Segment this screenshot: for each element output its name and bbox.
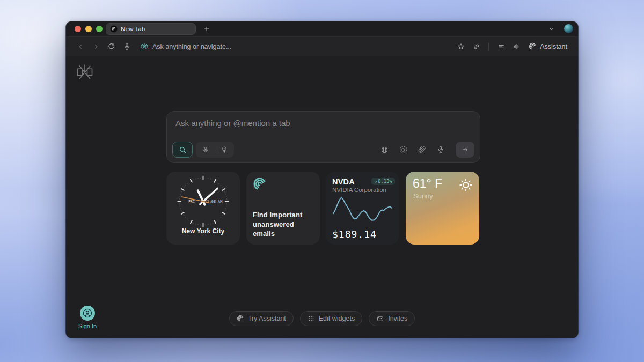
- forward-button[interactable]: [89, 40, 103, 53]
- screenshot-button[interactable]: [399, 145, 408, 154]
- sign-in-button[interactable]: [80, 306, 95, 321]
- filter-lines-icon: [497, 42, 506, 51]
- bookmark-button[interactable]: [454, 40, 467, 53]
- capture-frame-icon: [399, 145, 408, 154]
- clock-center-dot: [203, 201, 204, 202]
- read-aloud-button[interactable]: [510, 40, 523, 53]
- person-icon: [82, 307, 93, 319]
- minimize-window-button[interactable]: [85, 26, 92, 32]
- reload-icon: [107, 42, 116, 51]
- lightbulb-icon: [220, 145, 229, 154]
- forward-icon: [92, 42, 100, 51]
- desktop-wallpaper: New Tab: [0, 0, 644, 362]
- attach-file-button[interactable]: [418, 145, 427, 154]
- assistant-arcs-icon: [237, 315, 244, 322]
- envelope-icon: [376, 315, 384, 323]
- submit-prompt-button[interactable]: [456, 142, 474, 158]
- invites-button[interactable]: Invites: [369, 311, 415, 326]
- zoom-window-button[interactable]: [96, 26, 103, 32]
- navigation-toolbar: Ask anything or navigate...: [66, 36, 578, 56]
- toolbar-divider: [488, 42, 489, 51]
- email-skill-label: Find important unanswered emails: [253, 210, 317, 239]
- window-controls: [75, 26, 103, 32]
- stock-widget[interactable]: NVDA ↗ 0.13% NVIDIA Corporation $189.14: [326, 172, 399, 245]
- analog-clock: FRI 11:08 AM: [176, 174, 230, 228]
- tab-title: New Tab: [121, 26, 145, 32]
- close-window-button[interactable]: [75, 26, 81, 32]
- search-mode-button[interactable]: [172, 142, 193, 158]
- skills-pinwheel-icon: [201, 145, 210, 154]
- stock-change-badge: ↗ 0.13%: [371, 178, 395, 185]
- tab-favicon-icon: [110, 25, 118, 33]
- omnibox-placeholder: Ask anything or navigate...: [152, 43, 231, 50]
- sun-icon: [458, 178, 473, 193]
- prompt-attachments: [380, 142, 474, 158]
- globe-icon: [380, 145, 389, 154]
- skills-button[interactable]: [201, 145, 210, 154]
- waveform-icon: [513, 42, 521, 51]
- back-button[interactable]: [74, 40, 87, 53]
- dia-arcs-icon: [253, 177, 267, 191]
- weather-temperature: 61° F: [413, 176, 442, 191]
- sign-in-label: Sign In: [72, 323, 103, 329]
- microphone-icon: [436, 145, 445, 154]
- arrow-right-icon: [461, 145, 470, 154]
- copy-link-button[interactable]: [470, 40, 483, 53]
- link-icon: [472, 42, 481, 51]
- stock-company-name: NVIDIA Corporation: [326, 186, 399, 193]
- tab-new-tab[interactable]: New Tab: [106, 23, 196, 35]
- profile-avatar[interactable]: [564, 24, 573, 33]
- search-icon: [178, 145, 187, 154]
- microphone-icon: [122, 42, 131, 51]
- try-assistant-button[interactable]: Try Assistant: [229, 311, 294, 326]
- reload-button[interactable]: [105, 40, 118, 53]
- assistant-button[interactable]: Assistant: [525, 42, 570, 50]
- edit-widgets-label: Edit widgets: [319, 315, 355, 322]
- try-assistant-label: Try Assistant: [248, 315, 286, 322]
- toolbar-actions: Assistant: [454, 40, 570, 53]
- browse-web-button[interactable]: [380, 145, 389, 154]
- stock-symbol: NVDA: [332, 178, 355, 186]
- voice-search-button[interactable]: [120, 40, 134, 53]
- stock-price: $189.14: [332, 228, 377, 240]
- browser-window: New Tab: [66, 21, 578, 338]
- new-tab-button[interactable]: [201, 24, 212, 34]
- prompt-card[interactable]: Ask anything or @mention a tab: [166, 111, 480, 163]
- dictate-button[interactable]: [436, 145, 445, 154]
- weather-widget[interactable]: 61° F Sunny: [406, 172, 479, 245]
- back-icon: [76, 42, 85, 51]
- prompt-toolbar: [172, 142, 474, 158]
- reader-options-button[interactable]: [494, 40, 508, 53]
- chevron-down-icon: [547, 25, 557, 33]
- assistant-arcs-icon: [529, 42, 537, 50]
- trend-up-icon: ↗: [374, 179, 377, 184]
- star-icon: [457, 42, 465, 51]
- clock-time: 11:08 AM: [205, 200, 223, 204]
- mode-divider: [215, 146, 215, 153]
- dia-spark-icon: [140, 42, 149, 51]
- title-bar: New Tab: [66, 21, 578, 36]
- stock-header: NVDA ↗ 0.13%: [326, 172, 399, 186]
- omnibox[interactable]: Ask anything or navigate...: [140, 42, 231, 51]
- plus-icon: [203, 25, 210, 33]
- prompt-mode-pill: [196, 142, 234, 158]
- stock-change-value: 0.13%: [378, 179, 392, 184]
- grid-dots-icon: [308, 315, 315, 322]
- clock-city-label: New York City: [166, 227, 240, 235]
- stock-sparkline-chart: [332, 195, 393, 223]
- weather-condition: Sunny: [413, 192, 433, 200]
- invites-label: Invites: [388, 315, 407, 322]
- assistant-label: Assistant: [540, 43, 567, 50]
- prompt-placeholder: Ask anything or @mention a tab: [175, 119, 290, 128]
- sign-in[interactable]: Sign In: [72, 306, 103, 329]
- clock-day: FRI: [188, 200, 195, 204]
- paperclip-icon: [418, 145, 427, 154]
- clock-widget[interactable]: FRI 11:08 AM New York City: [166, 172, 240, 245]
- email-skill-widget[interactable]: Find important unanswered emails: [246, 172, 320, 245]
- window-menu-button[interactable]: [547, 25, 557, 33]
- footer-actions: Try Assistant Edit widgets: [66, 311, 578, 326]
- edit-widgets-button[interactable]: Edit widgets: [300, 311, 362, 326]
- dia-geometric-logo: [75, 63, 94, 82]
- new-tab-page: Ask anything or @mention a tab: [66, 56, 578, 338]
- insights-button[interactable]: [220, 145, 229, 154]
